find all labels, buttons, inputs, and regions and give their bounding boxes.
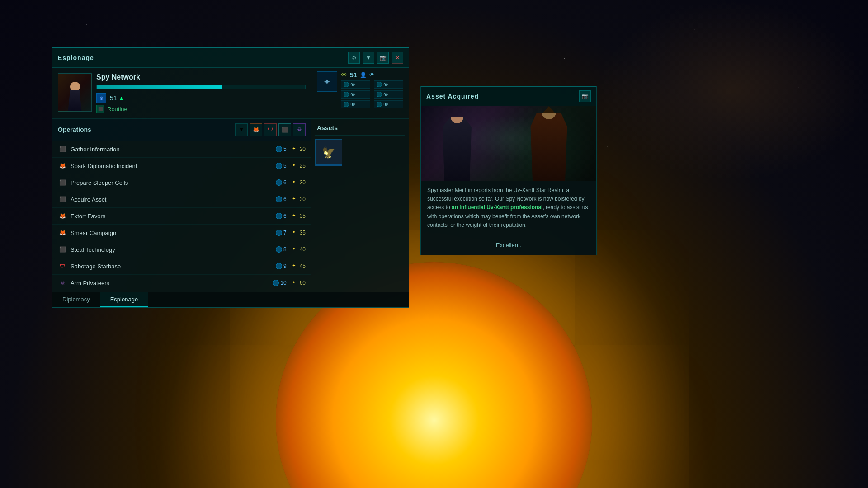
pill-eye-3: 👁 (350, 92, 355, 97)
spy-header-right: ✦ 👁 51 👤 👁 👁 (311, 68, 409, 118)
xp-bar (97, 85, 222, 89)
op-influence-sleeper: 6 (276, 179, 287, 186)
filter-shield[interactable]: 🛡 (264, 123, 277, 136)
op-icon-extort: 🦊 (58, 211, 67, 221)
op-name-gather: Gather Information (71, 146, 276, 153)
influence-num-priv: 10 (280, 280, 286, 286)
op-influence-smear: 7 (276, 230, 287, 236)
espionage-window: Espionage ⚙ ▼ 📷 ✕ Spy Network ⚙ 51 (52, 47, 409, 308)
influence-icon-dip (276, 163, 282, 169)
op-energy-sabotage: ✦ 45 (292, 263, 306, 269)
filter-square[interactable]: ⬛ (278, 123, 291, 136)
energy-num-smear: 35 (300, 230, 306, 236)
op-name-sabotage: Sabotage Starbase (71, 263, 276, 270)
popup-image (421, 106, 596, 181)
op-name-steal: Steal Technology (71, 246, 276, 253)
op-smear[interactable]: 🦊 Smear Campaign 7 ✦ 35 (52, 225, 311, 241)
op-influence-acquire: 6 (276, 196, 287, 202)
op-icon-sleeper: ⬛ (58, 178, 67, 187)
op-acquire[interactable]: ⬛ Acquire Asset 6 ✦ 30 (52, 191, 311, 208)
op-influence-gather: 5 (276, 146, 287, 152)
spy-header-left: Spy Network ⚙ 51 ▲ ⬛ Routine (52, 68, 311, 118)
status-icon: ⬛ (96, 105, 104, 113)
operations-filters: ▼ 🦊 🛡 ⬛ ☠ (235, 123, 306, 136)
stats-grid: 👁 👁 👁 👁 (341, 80, 403, 108)
op-steal-tech[interactable]: ⬛ Steal Technology 8 ✦ 40 (52, 241, 311, 258)
spy-network-icon: ✦ (317, 71, 337, 92)
scene-figure-right (528, 113, 569, 181)
influence-num-steal: 8 (283, 246, 287, 253)
popup-footer: Excellent. (421, 235, 596, 255)
asset-icon: 🦅 (322, 146, 335, 159)
stat-row-main: 👁 51 👤 👁 (341, 71, 403, 79)
level-icon: ⚙ (96, 93, 106, 103)
filter-fox[interactable]: 🦊 (250, 123, 262, 136)
popup-title-bar: Asset Acquired 📷 (421, 87, 596, 106)
op-privateers[interactable]: ☠ Arm Privateers 10 ✦ 60 (52, 275, 311, 291)
excellent-button[interactable]: Excellent. (427, 240, 590, 250)
popup-close-button[interactable]: 📷 (579, 90, 591, 102)
op-costs-diplomatic: 5 ✦ 25 (276, 163, 306, 169)
op-icon-privateers: ☠ (58, 278, 67, 287)
influence-icon-priv (273, 280, 279, 286)
op-costs-steal: 8 ✦ 40 (276, 246, 306, 253)
op-sabotage[interactable]: 🛡 Sabotage Starbase 9 ✦ 45 (52, 258, 311, 275)
spy-status: ⬛ Routine (96, 105, 306, 113)
window-title: Espionage (58, 54, 94, 61)
eye-icon: 👁 (341, 71, 347, 79)
asset-acquired-popup: Asset Acquired 📷 Spymaster Mei Lin repor… (420, 86, 597, 255)
op-name-sleeper: Prepare Sleeper Cells (71, 179, 276, 186)
window-title-bar: Espionage ⚙ ▼ 📷 ✕ (52, 48, 409, 68)
tab-diplomacy[interactable]: Diplomacy (52, 292, 100, 307)
popup-description: Spymaster Mei Lin reports from the Uv-Xa… (427, 186, 590, 230)
op-sleeper[interactable]: ⬛ Prepare Sleeper Cells 6 ✦ 30 (52, 174, 311, 191)
op-costs-smear: 7 ✦ 35 (276, 230, 306, 236)
person-eye: 👁 (369, 72, 375, 78)
energy-num-acq: 30 (300, 196, 306, 202)
pill-icon-2 (377, 82, 382, 87)
stat-pill-4: 👁 (374, 90, 403, 99)
op-costs-gather: 5 ✦ 20 (276, 146, 306, 152)
xp-bar-container (96, 85, 306, 89)
close-button[interactable]: ✕ (392, 52, 403, 64)
influence-num-acq: 6 (283, 196, 287, 202)
tab-espionage[interactable]: Espionage (100, 292, 148, 307)
settings-button[interactable]: ⚙ (348, 52, 360, 64)
filter-skull[interactable]: ☠ (293, 123, 306, 136)
op-energy-sleeper: ✦ 30 (292, 179, 306, 186)
person-icon: 👤 (360, 72, 367, 78)
energy-icon-sleep: ✦ (292, 179, 298, 186)
op-gather-info[interactable]: ⬛ Gather Information 5 ✦ 20 (52, 141, 311, 158)
pill-icon-3 (344, 92, 349, 97)
influence-icon-gather (276, 146, 282, 152)
energy-num-dip: 25 (300, 163, 306, 169)
assets-panel: Assets 🦅 (311, 119, 409, 291)
op-energy-extort: ✦ 35 (292, 213, 306, 219)
stat-pill-6: 👁 (374, 100, 403, 108)
operations-header: Operations ▼ 🦊 🛡 ⬛ ☠ (52, 119, 311, 141)
energy-num-sleep: 30 (300, 179, 306, 186)
level-up-arrow: ▲ (119, 95, 124, 101)
pill-icon-1 (344, 82, 349, 87)
energy-num-gather: 20 (300, 146, 306, 152)
op-influence-privateers: 10 (273, 280, 286, 286)
asset-item-1[interactable]: 🦅 (315, 139, 342, 166)
op-diplomatic[interactable]: 🦊 Spark Diplomatic Incident 5 ✦ 25 (52, 158, 311, 174)
op-extort[interactable]: 🦊 Extort Favors 6 ✦ 35 (52, 208, 311, 225)
screenshot-button[interactable]: 📷 (377, 52, 389, 64)
op-icon-diplomatic: 🦊 (58, 161, 67, 170)
dropdown-button[interactable]: ▼ (363, 52, 374, 64)
energy-icon-dip: ✦ (292, 163, 298, 169)
op-energy-diplomatic: ✦ 25 (292, 163, 306, 169)
stat-pill-2: 👁 (374, 80, 403, 89)
popup-text-highlight: an influential Uv-Xantt professional (452, 204, 542, 211)
op-energy-steal: ✦ 40 (292, 246, 306, 253)
filter-funnel[interactable]: ▼ (235, 123, 248, 136)
window-controls: ⚙ ▼ 📷 ✕ (348, 52, 403, 64)
energy-icon-ext: ✦ (292, 213, 298, 219)
pill-eye-1: 👁 (350, 82, 355, 87)
spy-network-name: Spy Network (96, 73, 306, 81)
stat-pill-5: 👁 (341, 100, 370, 108)
pill-icon-6 (377, 102, 382, 107)
op-name-privateers: Arm Privateers (71, 280, 273, 286)
